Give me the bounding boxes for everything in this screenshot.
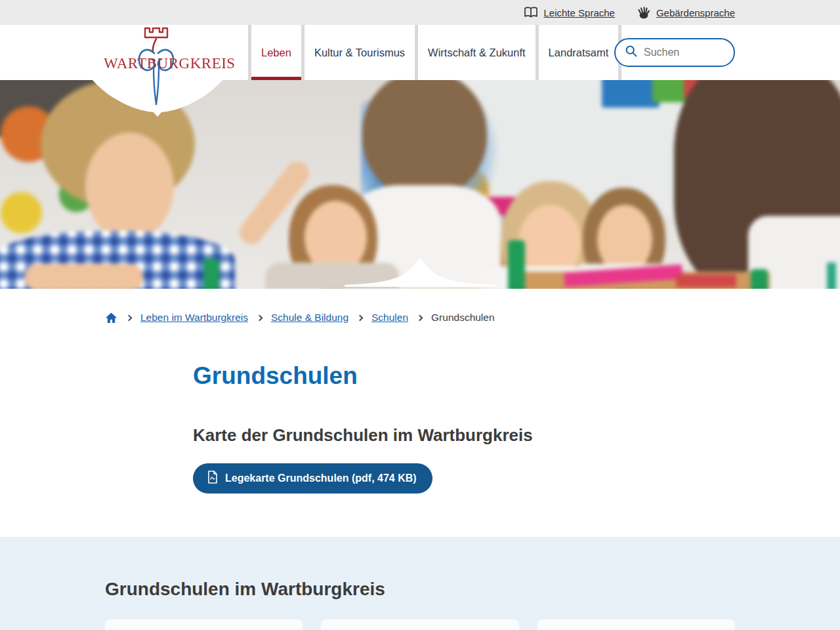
nav-item-leben[interactable]: Leben: [251, 25, 301, 80]
school-card[interactable]: [537, 620, 735, 630]
breadcrumb-link-leben-im-wartburgkreis[interactable]: Leben im Wartburgkreis: [140, 312, 248, 324]
page-title: Grundschulen: [193, 362, 840, 390]
sign-language-link[interactable]: Gebärdensprache: [637, 6, 735, 19]
nav-item-wirtschaft-zukunft[interactable]: Wirtschaft & Zukunft: [418, 25, 536, 80]
sign-language-label: Gebärdensprache: [656, 7, 735, 18]
breadcrumb-link-schule-bildung[interactable]: Schule & Bildung: [271, 312, 348, 324]
breadcrumb-link-schulen[interactable]: Schulen: [371, 312, 408, 324]
nav-item-landratsamt[interactable]: Landratsamt: [539, 25, 619, 80]
easy-language-label: Leichte Sprache: [544, 7, 615, 18]
breadcrumb-current: Grundschulen: [431, 312, 495, 324]
utility-bar: Leichte Sprache Gebärdensprache: [0, 0, 840, 25]
pdf-icon: [207, 471, 218, 486]
search-icon[interactable]: [625, 45, 638, 60]
hero-image: [0, 80, 840, 289]
school-card[interactable]: [321, 620, 518, 630]
main-navigation: Leben Kultur & Tourismus Wirtschaft & Zu…: [248, 25, 621, 80]
chevron-right-icon: [417, 314, 423, 321]
download-map-label: Legekarte Grundschulen (pdf, 474 KB): [225, 472, 417, 484]
chevron-right-icon: [357, 314, 364, 321]
download-map-button[interactable]: Legekarte Grundschulen (pdf, 474 KB): [193, 463, 432, 494]
spire-peak-shape: [345, 259, 495, 289]
article: Grundschulen Karte der Grundschulen im W…: [0, 362, 840, 494]
school-card[interactable]: [105, 620, 303, 630]
chevron-right-icon: [257, 314, 263, 321]
search-input[interactable]: [644, 47, 723, 58]
sign-language-icon: [637, 6, 650, 19]
logo-wordmark[interactable]: WARTBURGKREIS: [104, 55, 236, 72]
book-icon: [524, 7, 538, 18]
chevron-right-icon: [126, 314, 133, 321]
header: WARTBURGKREIS Leben Kultur & Tourismus W…: [0, 25, 840, 80]
breadcrumb: Leben im Wartburgkreis Schule & Bildung …: [0, 289, 840, 328]
easy-language-link[interactable]: Leichte Sprache: [524, 7, 615, 18]
school-cards: [105, 620, 735, 630]
search-box: [614, 38, 735, 67]
home-icon[interactable]: [105, 312, 117, 324]
schools-section: Grundschulen im Wartburgkreis: [0, 537, 840, 630]
nav-item-kultur-tourismus[interactable]: Kultur & Tourismus: [304, 25, 415, 80]
schools-section-heading: Grundschulen im Wartburgkreis: [105, 579, 735, 600]
map-section-heading: Karte der Grundschulen im Wartburgkreis: [193, 425, 840, 446]
page: Leichte Sprache Gebärdensprache: [0, 0, 840, 630]
